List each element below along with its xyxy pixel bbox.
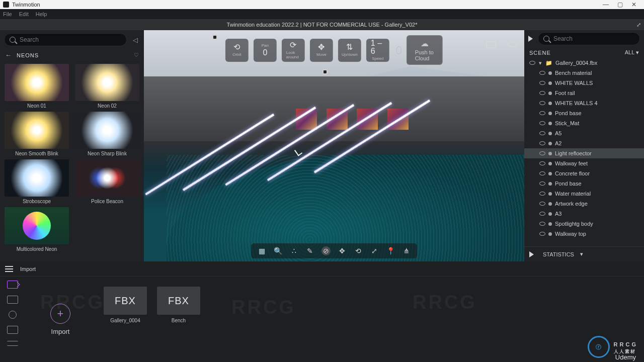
scene-tree-item[interactable]: Pond base: [524, 108, 644, 118]
visibility-eye-icon[interactable]: [539, 222, 545, 226]
collapse-library-icon[interactable]: ◁: [131, 36, 140, 44]
push-to-cloud-button[interactable]: ☁Push to Cloud: [407, 35, 443, 65]
tool-snap-icon[interactable]: 📍: [386, 246, 395, 255]
scene-tree-item[interactable]: Pond base: [524, 178, 644, 189]
visibility-eye-icon[interactable]: [539, 101, 545, 105]
dock-import-icon[interactable]: [7, 281, 18, 289]
visibility-eye-icon[interactable]: [539, 212, 545, 216]
dock-path-icon[interactable]: [7, 296, 18, 304]
menu-edit[interactable]: Edit: [19, 11, 29, 17]
import-add-button[interactable]: +: [50, 304, 70, 324]
scene-tree-item[interactable]: A5: [524, 128, 644, 138]
visibility-eye-icon[interactable]: [539, 131, 545, 135]
library-item[interactable]: Police Beacon: [73, 159, 141, 204]
menu-file[interactable]: File: [3, 11, 12, 17]
visibility-eye-icon[interactable]: [539, 202, 545, 206]
dock-menu-icon[interactable]: [5, 266, 13, 272]
watermark-text: RRCG: [231, 297, 296, 318]
document-title: Twinmotion education 2022.2 | NOT FOR CO…: [227, 22, 418, 28]
scene-tree-item[interactable]: A3: [524, 209, 644, 219]
library-back-button[interactable]: ←: [5, 51, 12, 59]
tool-zoom-icon[interactable]: 🔍: [273, 246, 282, 255]
play-button-icon[interactable]: [528, 36, 533, 42]
visibility-eye-icon[interactable]: [539, 81, 545, 85]
scene-search[interactable]: [538, 32, 640, 45]
library-item[interactable]: Neon Sharp Blink: [73, 112, 141, 156]
visibility-eye-icon[interactable]: [539, 161, 545, 165]
visibility-eye-icon[interactable]: [529, 61, 535, 65]
favorite-icon[interactable]: ♡: [134, 52, 139, 58]
scene-root-node[interactable]: ▾ 📁 Gallery_0004.fbx: [524, 58, 644, 68]
scene-tree-item[interactable]: Walkway top: [524, 229, 644, 239]
library-item[interactable]: Stroboscope: [3, 159, 70, 204]
tool-rotate-icon[interactable]: ⟲: [354, 246, 363, 255]
library-item[interactable]: Neon Smooth Blink: [3, 112, 70, 156]
visibility-eye-icon[interactable]: [539, 71, 545, 75]
scene-tree-item[interactable]: A2: [524, 138, 644, 148]
menu-help[interactable]: Help: [36, 11, 47, 17]
safe-frame-icon[interactable]: [486, 41, 496, 48]
library-search[interactable]: [4, 33, 127, 46]
tool-scale-icon[interactable]: ⤢: [370, 246, 379, 255]
visibility-eye-icon[interactable]: [539, 111, 545, 115]
visibility-eye-icon[interactable]: [539, 141, 545, 145]
scene-tree-item[interactable]: Artwork edge: [524, 199, 644, 209]
expand-icon[interactable]: [529, 251, 534, 257]
visibility-eye-icon[interactable]: [539, 171, 545, 175]
visibility-toggle-icon[interactable]: [507, 41, 517, 47]
tool-pivot-icon[interactable]: ⋔: [402, 246, 411, 255]
nav-orbit-button[interactable]: ⟲Orbit: [225, 39, 249, 62]
camera-gizmo-icon[interactable]: [323, 69, 328, 74]
tool-grid-icon[interactable]: ▦: [257, 246, 266, 255]
library-item[interactable]: Neon 02: [73, 64, 141, 109]
visibility-eye-icon[interactable]: [539, 91, 545, 95]
tool-scatter-icon[interactable]: ∴: [289, 246, 298, 255]
library-item[interactable]: Multicolored Neon: [3, 207, 70, 252]
dock-settings-icon[interactable]: [7, 341, 18, 346]
dock-tab-label[interactable]: Import: [20, 266, 36, 272]
nav-move-button[interactable]: ✥Move: [310, 39, 333, 62]
statistics-section[interactable]: STATISTICS ▾: [524, 246, 644, 261]
material-dot-icon: [548, 182, 552, 186]
scene-tree-item[interactable]: Water material: [524, 189, 644, 199]
scene-search-input[interactable]: [552, 35, 634, 43]
scene-tree-item[interactable]: WHITE WALLS: [524, 78, 644, 88]
scene-tree-item[interactable]: Bench material: [524, 68, 644, 78]
visibility-eye-icon[interactable]: [539, 232, 545, 236]
nav-settings-icon[interactable]: [396, 46, 401, 54]
dock-media-icon[interactable]: [9, 311, 17, 319]
scene-tree-item[interactable]: Light refloector: [524, 148, 644, 158]
viewport-3d[interactable]: ⟲Orbit Pan0 ⟳Look around ✥Move ⇅Up/down …: [144, 30, 524, 261]
window-close-button[interactable]: ✕: [627, 1, 641, 8]
visibility-eye-icon[interactable]: [539, 182, 545, 186]
visibility-eye-icon[interactable]: [539, 151, 545, 155]
window-minimize-button[interactable]: —: [599, 1, 613, 8]
imported-file[interactable]: FBX Bench: [157, 287, 200, 323]
window-maximize-button[interactable]: ▢: [613, 1, 627, 8]
nav-look-button[interactable]: ⟳Look around: [282, 39, 305, 62]
tool-eyedropper-icon[interactable]: ✎: [305, 246, 314, 255]
camera-gizmo-icon[interactable]: [212, 35, 217, 40]
tool-erase-icon[interactable]: ⊘: [321, 246, 331, 255]
scene-filter-dropdown[interactable]: ALL ▾: [625, 49, 639, 56]
scene-tree-item[interactable]: Foot rail: [524, 88, 644, 98]
scene-tree-item[interactable]: Walkway feet: [524, 158, 644, 168]
visibility-eye-icon[interactable]: [539, 121, 545, 125]
imported-file[interactable]: FBX Gallery_0004: [104, 287, 147, 323]
scene-tree-item[interactable]: Stick_Mat: [524, 118, 644, 128]
library-search-input[interactable]: [19, 36, 121, 44]
nav-pan-button[interactable]: Pan0: [254, 39, 277, 62]
dock-export-icon[interactable]: [7, 326, 18, 334]
scene-tree-item[interactable]: Concrete floor: [524, 168, 644, 178]
expand-tabstrip-icon[interactable]: ⤢: [636, 22, 641, 28]
tool-move-icon[interactable]: ✥: [338, 246, 347, 255]
nav-updown-button[interactable]: ⇅Up/down: [338, 39, 361, 62]
library-item[interactable]: Neon 01: [3, 64, 70, 109]
scene-tree[interactable]: ▾ 📁 Gallery_0004.fbx Bench materialWHITE…: [524, 58, 644, 246]
scene-tree-item[interactable]: Spotlightg body: [524, 219, 644, 229]
folder-toggle-icon[interactable]: ▾: [538, 60, 542, 66]
material-dot-icon: [548, 212, 552, 216]
scene-tree-item[interactable]: WHITE WALLS 4: [524, 98, 644, 108]
visibility-eye-icon[interactable]: [539, 192, 545, 196]
nav-speed-button[interactable]: 1 – 6Speed: [366, 39, 389, 62]
